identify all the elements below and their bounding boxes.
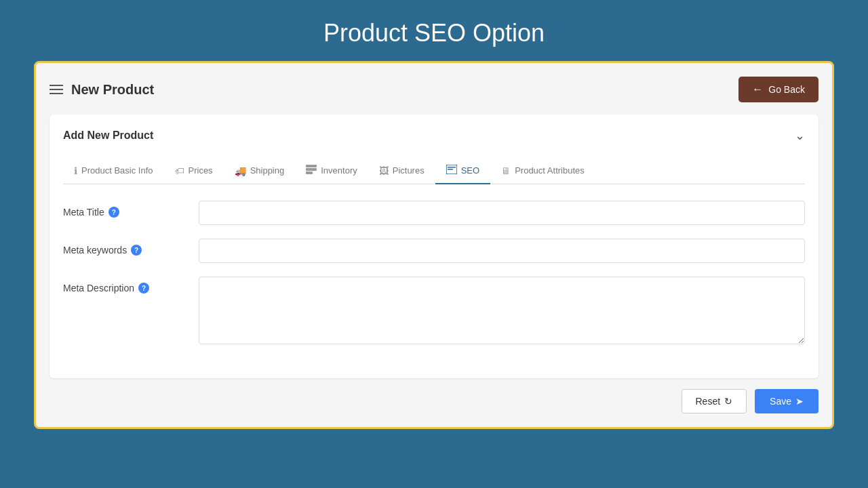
seo-icon [446, 165, 457, 176]
nav-bar: New Product ← Go Back [50, 77, 818, 102]
tab-seo-label: SEO [461, 165, 479, 176]
meta-title-group: Meta Title ? [63, 201, 805, 225]
send-icon: ➤ [795, 396, 804, 407]
tab-seo[interactable]: SEO [435, 158, 490, 184]
meta-description-label: Meta Description ? [63, 277, 199, 293]
tag-icon: 🏷 [175, 165, 184, 176]
tab-product-attributes-label: Product Attributes [515, 165, 585, 176]
go-back-button[interactable]: ← Go Back [738, 77, 818, 102]
meta-keywords-label: Meta keywords ? [63, 239, 199, 256]
bottom-actions: Reset ↻ Save ➤ [50, 389, 818, 413]
meta-title-input[interactable] [199, 201, 805, 225]
svg-rect-0 [306, 165, 317, 167]
meta-keywords-input[interactable] [199, 239, 805, 263]
nav-title: New Product [71, 82, 154, 98]
card-header: Add New Product ⌄ [63, 128, 805, 147]
tab-product-attributes[interactable]: 🖥 Product Attributes [490, 159, 595, 184]
tab-shipping-label: Shipping [250, 165, 285, 176]
svg-rect-5 [448, 169, 453, 170]
meta-description-input[interactable] [199, 277, 805, 344]
tab-pictures[interactable]: 🖼 Pictures [368, 159, 435, 184]
save-button[interactable]: Save ➤ [755, 389, 818, 413]
arrow-left-icon: ← [752, 83, 763, 96]
nav-left: New Product [50, 82, 154, 98]
reset-button[interactable]: Reset ↻ [682, 389, 747, 413]
outer-card: New Product ← Go Back Add New Product ⌄ … [34, 61, 834, 429]
card-title: Add New Product [63, 129, 153, 142]
go-back-label: Go Back [768, 84, 805, 95]
page-title: Product SEO Option [0, 19, 868, 47]
meta-description-group: Meta Description ? [63, 277, 805, 344]
tab-inventory[interactable]: Inventory [295, 158, 368, 184]
meta-keywords-group: Meta keywords ? [63, 239, 805, 263]
tab-prices-label: Prices [189, 165, 213, 176]
meta-keywords-help-icon[interactable]: ? [131, 245, 142, 256]
tab-basic-info[interactable]: ℹ Product Basic Info [63, 159, 164, 184]
meta-description-help-icon[interactable]: ? [138, 283, 149, 293]
tab-inventory-label: Inventory [321, 165, 357, 176]
attributes-icon: 🖥 [501, 165, 511, 176]
pictures-icon: 🖼 [379, 165, 389, 176]
hamburger-icon[interactable] [50, 85, 63, 94]
tab-prices[interactable]: 🏷 Prices [164, 159, 224, 184]
inner-card: Add New Product ⌄ ℹ Product Basic Info 🏷… [50, 115, 818, 378]
reset-icon: ↻ [724, 396, 732, 407]
inventory-icon [306, 165, 317, 176]
save-label: Save [770, 396, 791, 407]
tab-pictures-label: Pictures [393, 165, 425, 176]
svg-rect-2 [306, 171, 313, 174]
tab-shipping[interactable]: 🚚 Shipping [224, 159, 296, 184]
page-header: Product SEO Option [0, 0, 868, 61]
svg-rect-1 [306, 168, 317, 171]
tabs-container: ℹ Product Basic Info 🏷 Prices 🚚 Shipping [63, 158, 805, 184]
svg-rect-4 [448, 167, 456, 168]
info-icon: ℹ [74, 165, 77, 176]
reset-label: Reset [696, 396, 721, 407]
meta-title-help-icon[interactable]: ? [108, 207, 119, 218]
chevron-down-icon[interactable]: ⌄ [795, 128, 805, 143]
truck-icon: 🚚 [235, 165, 246, 176]
meta-title-label: Meta Title ? [63, 201, 199, 218]
tab-basic-info-label: Product Basic Info [81, 165, 153, 176]
